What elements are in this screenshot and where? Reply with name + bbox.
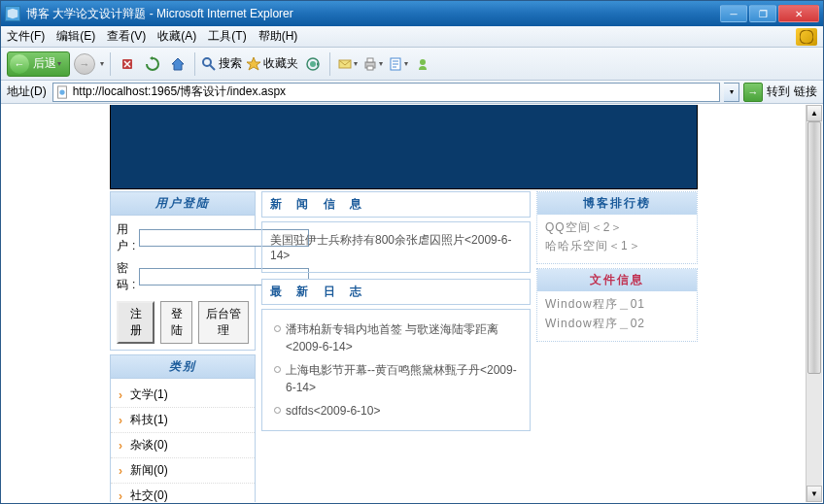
category-item[interactable]: ›杂谈(0): [111, 433, 255, 458]
rank-item[interactable]: QQ空间＜2＞: [545, 218, 689, 237]
news-item[interactable]: 美国驻伊士兵称持有800余张虐囚照片<2009-6-14>: [270, 232, 522, 262]
print-icon[interactable]: ▾: [361, 53, 383, 75]
menu-view[interactable]: 查看(V): [107, 28, 146, 45]
forward-dropdown-icon[interactable]: ▾: [100, 59, 104, 68]
login-panel: 用户登陆 用 户: 密 码: 注册: [110, 191, 256, 351]
login-heading: 用户登陆: [111, 192, 255, 216]
chevron-right-icon: ›: [119, 414, 122, 427]
svg-rect-6: [367, 58, 373, 62]
menu-bar: 文件(F) 编辑(E) 查看(V) 收藏(A) 工具(T) 帮助(H): [1, 26, 823, 48]
login-button[interactable]: 登陆: [160, 301, 192, 344]
links-label[interactable]: 链接: [794, 84, 817, 100]
minimize-button[interactable]: ─: [720, 5, 747, 22]
svg-point-9: [420, 59, 426, 65]
file-item[interactable]: Window程序＿02: [545, 315, 689, 333]
category-item[interactable]: ›文学(1): [111, 383, 255, 408]
files-heading: 文件信息: [537, 269, 697, 291]
file-item[interactable]: Window程序＿01: [545, 295, 689, 314]
category-label: 科技(1): [130, 412, 168, 428]
rank-item[interactable]: 哈哈乐空间＜1＞: [545, 237, 689, 255]
password-label: 密 码:: [117, 260, 139, 293]
go-label[interactable]: 转到: [767, 84, 790, 100]
svg-point-11: [59, 89, 64, 94]
menu-favorites[interactable]: 收藏(A): [157, 28, 196, 45]
chevron-right-icon: ›: [119, 464, 122, 478]
stop-icon[interactable]: [117, 53, 138, 75]
url-dropdown-icon[interactable]: ▾: [724, 83, 739, 102]
toolbar: ← 后退 ▾ → ▾ 搜索 收藏夹 ▾ ▾ ▾: [1, 48, 823, 81]
address-label: 地址(D): [7, 84, 47, 100]
favorites-button[interactable]: 收藏夹: [246, 55, 298, 72]
url-input[interactable]: [73, 85, 717, 99]
go-button[interactable]: →: [743, 83, 763, 102]
svg-point-3: [310, 61, 316, 67]
close-button[interactable]: ✕: [778, 5, 819, 22]
favorites-label: 收藏夹: [263, 55, 298, 72]
svg-rect-7: [367, 66, 373, 70]
search-button[interactable]: 搜索: [201, 55, 242, 72]
history-icon[interactable]: [302, 53, 324, 75]
log-item[interactable]: sdfds<2009-6-10>: [270, 399, 522, 422]
chevron-right-icon: ›: [119, 489, 122, 503]
scroll-down-icon[interactable]: ▼: [807, 486, 822, 502]
mail-icon[interactable]: ▾: [336, 53, 358, 75]
scroll-up-icon[interactable]: ▲: [807, 105, 822, 121]
messenger-icon[interactable]: [412, 53, 433, 75]
logs-heading: 最 新 日 志: [261, 279, 531, 305]
news-box: 美国驻伊士兵称持有800余张虐囚照片<2009-6-14>: [261, 221, 531, 273]
chevron-right-icon: ›: [119, 439, 122, 453]
admin-button[interactable]: 后台管理: [198, 301, 249, 344]
refresh-icon[interactable]: [142, 53, 163, 75]
page-icon: [55, 85, 69, 99]
category-panel: 类别 ›文学(1)›科技(1)›杂谈(0)›新闻(0)›社交(0)›个人(0): [110, 354, 256, 502]
log-item[interactable]: 上海电影节开幕--黄百鸣熊黛林甄子丹<2009-6-14>: [270, 358, 522, 399]
ie-throbber-icon: [796, 28, 817, 46]
files-panel: 文件信息 Window程序＿01Window程序＿02: [536, 268, 698, 341]
back-dropdown-icon[interactable]: ▾: [57, 59, 61, 68]
category-label: 杂谈(0): [130, 437, 168, 454]
menu-tools[interactable]: 工具(T): [208, 28, 246, 45]
url-combo[interactable]: [52, 83, 720, 102]
svg-point-1: [203, 58, 211, 66]
rank-heading: 博客排行榜: [537, 192, 697, 215]
search-label: 搜索: [219, 55, 242, 72]
username-label: 用 户:: [117, 221, 139, 254]
page-banner: [110, 105, 698, 189]
home-icon[interactable]: [167, 53, 189, 75]
edit-icon[interactable]: ▾: [387, 53, 408, 75]
back-button[interactable]: ← 后退 ▾: [7, 51, 70, 77]
chevron-right-icon: ›: [119, 388, 122, 402]
category-item[interactable]: ›新闻(0): [111, 458, 255, 484]
maximize-button[interactable]: ❐: [749, 5, 776, 22]
category-item[interactable]: ›科技(1): [111, 408, 255, 433]
ie-app-icon: [5, 6, 20, 21]
category-label: 文学(1): [130, 386, 168, 403]
menu-help[interactable]: 帮助(H): [258, 28, 298, 45]
logs-box: 潘玮柏新专辑内地首签 与歌迷海陆零距离<2009-6-14>上海电影节开幕--黄…: [261, 309, 531, 431]
log-item[interactable]: 潘玮柏新专辑内地首签 与歌迷海陆零距离<2009-6-14>: [270, 318, 522, 358]
forward-button[interactable]: →: [74, 53, 95, 75]
search-icon: [201, 56, 217, 72]
vertical-scrollbar[interactable]: ▲ ▼: [806, 105, 822, 502]
page-content: 用户登陆 用 户: 密 码: 注册: [2, 105, 806, 502]
category-item[interactable]: ›社交(0): [111, 484, 255, 502]
register-button[interactable]: 注册: [117, 301, 154, 344]
window-titlebar: 博客 大学论文设计辩题 - Microsoft Internet Explore…: [1, 1, 823, 26]
category-label: 社交(0): [130, 487, 168, 502]
category-heading: 类别: [111, 355, 255, 379]
window-title: 博客 大学论文设计辩题 - Microsoft Internet Explore…: [26, 6, 720, 22]
address-bar: 地址(D) ▾ → 转到 链接: [1, 81, 823, 104]
back-label: 后退: [33, 55, 56, 72]
category-label: 新闻(0): [130, 462, 168, 479]
scroll-thumb[interactable]: [807, 121, 821, 374]
menu-edit[interactable]: 编辑(E): [56, 28, 95, 45]
rank-panel: 博客排行榜 QQ空间＜2＞哈哈乐空间＜1＞: [536, 191, 698, 264]
star-icon: [246, 56, 261, 72]
back-arrow-icon: ←: [10, 54, 29, 74]
news-heading: 新 闻 信 息: [261, 191, 531, 218]
menu-file[interactable]: 文件(F): [7, 28, 45, 45]
